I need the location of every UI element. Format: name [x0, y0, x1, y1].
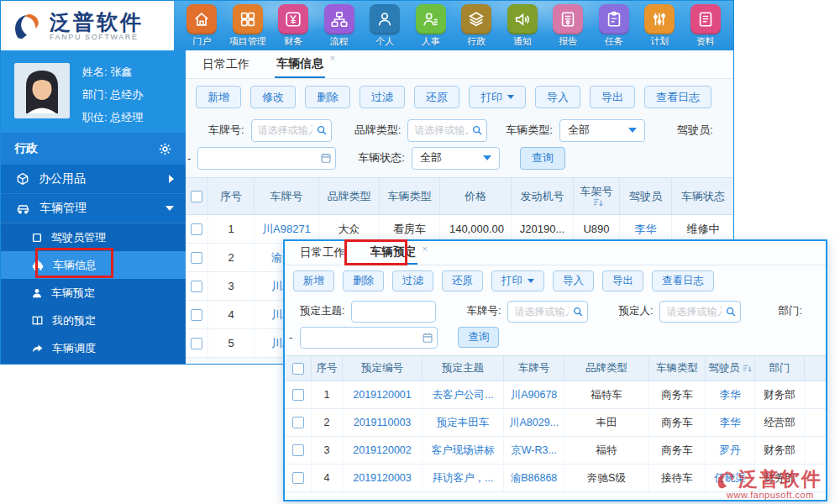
booking-subject-link[interactable]: 客户现场讲标	[432, 444, 495, 458]
add-button[interactable]: 新增	[293, 270, 334, 291]
booking-code-link[interactable]: 2019120003	[353, 472, 412, 484]
export-button[interactable]: 导出	[602, 270, 643, 291]
select-all-checkbox[interactable]	[191, 191, 202, 202]
driver-link[interactable]: 任晓渠	[714, 471, 746, 486]
nav-notice[interactable]: 通知	[501, 4, 544, 48]
sidebar-item-vehicle-dispatch[interactable]: 车辆调度	[1, 334, 186, 362]
nav-projects[interactable]: 项目管理	[226, 4, 270, 48]
booking-subject-link[interactable]: 去客户公司...	[433, 388, 494, 402]
filter-button[interactable]: 过滤	[392, 270, 433, 291]
row-checkbox[interactable]	[191, 252, 202, 264]
dept-filter-label: 部门:	[778, 304, 801, 318]
date-to-input[interactable]	[300, 327, 438, 349]
plate-link[interactable]: 渝B86868	[511, 471, 558, 486]
plate-link[interactable]: 京W-R3...	[511, 444, 557, 458]
nav-flow[interactable]: 流程	[318, 4, 361, 48]
nav-docs[interactable]: 资料	[684, 4, 727, 48]
delete-button[interactable]: 删除	[305, 86, 350, 108]
row-checkbox[interactable]	[292, 472, 304, 484]
add-button[interactable]: 新增	[196, 86, 241, 108]
restore-button[interactable]: 还原	[442, 270, 483, 291]
calendar-icon[interactable]	[320, 152, 332, 164]
nav-admin[interactable]: 行政	[454, 4, 498, 48]
main-filter-row-2: - 车辆状态: 全部 查询	[186, 146, 734, 170]
subject-input[interactable]	[351, 301, 436, 323]
row-checkbox[interactable]	[292, 389, 304, 401]
query-button[interactable]: 查询	[520, 147, 565, 170]
select-all-checkbox[interactable]	[292, 363, 304, 375]
restore-button[interactable]: 还原	[414, 86, 459, 108]
date-to-input[interactable]	[197, 147, 336, 170]
plate-link[interactable]: 川A98271	[262, 222, 311, 237]
driver-link[interactable]: 李华	[635, 222, 657, 237]
plate-filter-label: 车牌号:	[208, 123, 244, 138]
vtype-select[interactable]: 全部	[559, 119, 645, 142]
row-checkbox[interactable]	[191, 281, 202, 292]
row-checkbox[interactable]	[191, 309, 202, 321]
view-log-button[interactable]: 查看日志	[652, 270, 714, 291]
calendar-icon[interactable]	[422, 332, 433, 344]
export-button[interactable]: 导出	[590, 86, 635, 108]
booking-subject-link[interactable]: 预定丰田车	[437, 416, 490, 430]
grid-icon	[239, 10, 257, 29]
plate-link[interactable]: 川A90678	[511, 388, 558, 402]
search-icon[interactable]	[471, 124, 483, 136]
sidebar-section-admin[interactable]: 行政	[1, 133, 186, 165]
brand-name: 泛普软件	[50, 11, 144, 33]
tab-daily-work[interactable]: 日常工作	[201, 50, 251, 78]
search-icon[interactable]	[572, 306, 584, 318]
print-button[interactable]: 打印	[469, 86, 526, 108]
row-checkbox[interactable]	[292, 417, 304, 428]
tab-vehicle-info[interactable]: 车辆信息 ×	[275, 50, 325, 78]
driver-link[interactable]: 李华	[720, 388, 741, 402]
booking-code-link[interactable]: 2019120001	[353, 389, 412, 401]
row-checkbox[interactable]	[292, 444, 304, 456]
row-checkbox[interactable]	[191, 223, 202, 235]
close-tab-icon[interactable]: ×	[423, 244, 428, 254]
booking-code-link[interactable]: 2019110003	[354, 417, 412, 428]
driver-link[interactable]: 罗丹	[720, 444, 741, 458]
sidebar-item-office-supplies[interactable]: 办公用品	[1, 165, 186, 194]
filter-button[interactable]: 过滤	[360, 86, 405, 108]
sidebar-item-vehicle-management[interactable]: 车辆管理	[1, 194, 186, 223]
import-button[interactable]: 导入	[535, 86, 580, 108]
search-icon[interactable]	[725, 306, 737, 318]
query-button[interactable]: 查询	[458, 327, 499, 348]
nav-portal[interactable]: 门户	[180, 4, 223, 48]
driver-link[interactable]: 李华	[720, 416, 741, 430]
sidebar-item-my-booking[interactable]: 我的预定	[1, 307, 186, 334]
edit-button[interactable]: 修改	[250, 86, 296, 108]
book-icon	[31, 314, 44, 327]
overlay-toolbar: 新增 删除 过滤 还原 打印 导入 导出 查看日志	[285, 265, 826, 297]
clipboard-icon	[605, 10, 623, 29]
table-row: 1 2019120001 去客户公司... 川A90678 福特车 商务车 李华…	[285, 381, 826, 409]
sidebar-item-vehicle-booking[interactable]: 车辆预定	[1, 279, 186, 307]
nav-plan[interactable]: 计划	[638, 4, 681, 48]
row-checkbox[interactable]	[191, 338, 202, 349]
delete-button[interactable]: 删除	[343, 270, 384, 291]
cube-icon	[16, 172, 29, 186]
booking-code-link[interactable]: 2019120002	[353, 444, 412, 456]
gear-icon[interactable]	[158, 142, 172, 156]
nav-report[interactable]: 报告	[546, 4, 590, 48]
nav-finance[interactable]: 财务	[271, 4, 315, 48]
nav-tasks[interactable]: 任务	[592, 4, 636, 48]
print-button[interactable]: 打印	[491, 270, 544, 291]
nav-hr[interactable]: 人事	[409, 4, 453, 48]
flow-icon	[330, 10, 349, 29]
subject-filter-label: 预定主题:	[300, 304, 344, 318]
plate-link[interactable]: 川A8029...	[509, 416, 559, 430]
caret-down-icon	[528, 279, 534, 283]
import-button[interactable]: 导入	[553, 270, 594, 291]
view-log-button[interactable]: 查看日志	[644, 86, 711, 108]
close-tab-icon[interactable]: ×	[330, 53, 335, 63]
tab-daily-work[interactable]: 日常工作	[298, 241, 347, 265]
nav-personal[interactable]: 个人	[363, 4, 407, 48]
search-icon[interactable]	[316, 124, 328, 136]
brand-logo: 泛普软件 FANPU SOFTWARE	[1, 1, 174, 50]
sort-icon[interactable]	[743, 364, 752, 373]
sort-icon[interactable]	[593, 197, 603, 207]
table-header-row: 序号 车牌号 品牌类型 车辆类型 价格 发动机号 车架号 驾驶员 车辆状态	[186, 178, 734, 215]
status-select[interactable]: 全部	[412, 147, 500, 170]
booking-subject-link[interactable]: 拜访客户，...	[433, 471, 494, 486]
